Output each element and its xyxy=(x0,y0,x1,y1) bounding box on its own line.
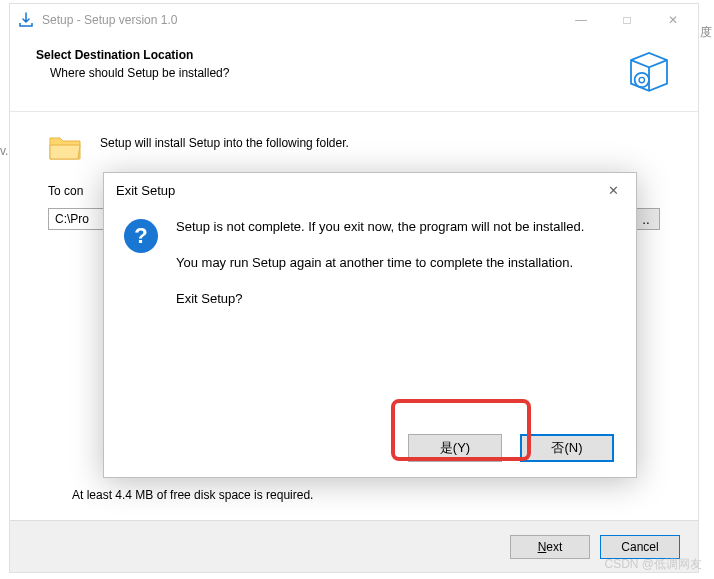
disk-space-text: At least 4.4 MB of free disk space is re… xyxy=(72,488,313,502)
dialog-line1: Setup is not complete. If you exit now, … xyxy=(176,217,584,237)
cancel-button[interactable]: Cancel xyxy=(600,535,680,559)
no-button[interactable]: 否(N) xyxy=(520,434,614,462)
dialog-footer: 是(Y) 否(N) xyxy=(104,419,636,477)
svg-point-0 xyxy=(635,73,649,87)
cropped-char-left: v. xyxy=(0,144,8,158)
question-icon: ? xyxy=(124,219,158,253)
folder-icon xyxy=(48,132,82,162)
yes-button[interactable]: 是(Y) xyxy=(408,434,502,462)
cropped-char-right: 度 xyxy=(700,24,712,41)
dialog-titlebar: Exit Setup ✕ xyxy=(104,173,636,207)
window-title: Setup - Setup version 1.0 xyxy=(42,13,558,27)
next-button[interactable]: Next xyxy=(510,535,590,559)
header-section: Select Destination Location Where should… xyxy=(10,36,698,112)
watermark: CSDN @低调网友 xyxy=(604,556,702,573)
svg-point-1 xyxy=(639,77,644,82)
package-icon xyxy=(622,44,676,101)
minimize-button[interactable]: — xyxy=(558,5,604,35)
page-subtitle: Where should Setup be installed? xyxy=(50,66,680,80)
dialog-line2: You may run Setup again at another time … xyxy=(176,253,584,273)
footer: Next Cancel xyxy=(10,520,698,572)
maximize-button[interactable]: □ xyxy=(604,5,650,35)
dialog-line3: Exit Setup? xyxy=(176,289,584,309)
dialog-close-button[interactable]: ✕ xyxy=(598,178,628,202)
titlebar: Setup - Setup version 1.0 — □ ✕ xyxy=(10,4,698,36)
intro-text: Setup will install Setup into the follow… xyxy=(100,136,349,150)
page-title: Select Destination Location xyxy=(36,48,680,62)
dialog-title: Exit Setup xyxy=(116,183,598,198)
app-icon xyxy=(18,12,34,28)
close-button[interactable]: ✕ xyxy=(650,5,696,35)
exit-setup-dialog: Exit Setup ✕ ? Setup is not complete. If… xyxy=(103,172,637,478)
dialog-message: Setup is not complete. If you exit now, … xyxy=(176,217,584,325)
